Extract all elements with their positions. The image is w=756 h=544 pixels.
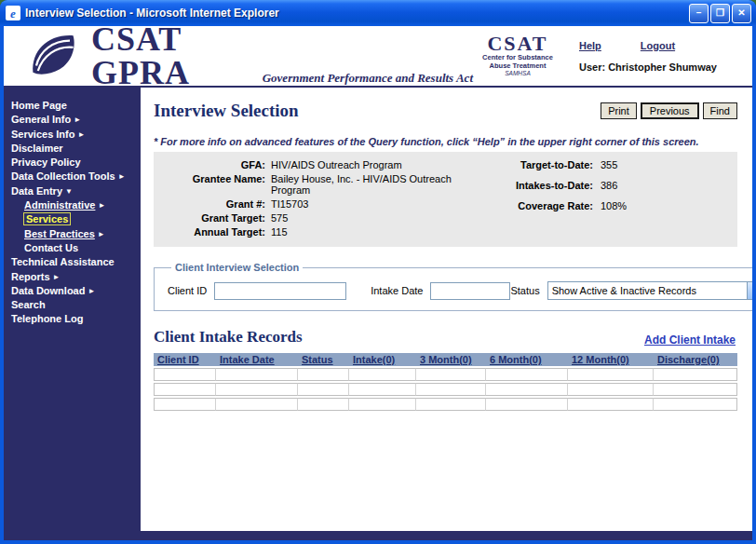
maximize-button[interactable]: ❐: [710, 4, 730, 23]
browser-content: CSAT GPRA Government Performance and Res…: [4, 26, 752, 540]
sidebar-item-home-page[interactable]: Home Page: [11, 99, 141, 113]
hhs-eagle-logo-icon: [28, 29, 78, 83]
column-header-client-id[interactable]: Client ID: [154, 353, 216, 366]
empty-cell: [154, 383, 216, 396]
sidebar-item-privacy-policy[interactable]: Privacy Policy: [11, 156, 141, 170]
close-button[interactable]: ✕: [732, 4, 751, 23]
csat-logo: CSAT Center for Substance Abuse Treatmen…: [473, 34, 562, 78]
table-row: [154, 368, 737, 381]
empty-cell: [416, 383, 486, 396]
grant-number-label: Grant #:: [157, 198, 265, 210]
column-header-12-month[interactable]: 12 Month(0): [568, 353, 654, 366]
add-client-intake-link[interactable]: Add Client Intake: [644, 333, 736, 347]
client-interview-selection-panel: Client Interview Selection Client ID Int…: [154, 262, 752, 311]
empty-cell: [216, 398, 298, 411]
sidebar-item-contact-us[interactable]: Contact Us: [11, 241, 141, 255]
gfa-label: GFA:: [157, 159, 265, 170]
print-button[interactable]: Print: [601, 102, 637, 119]
page-title: Interview Selection: [154, 101, 299, 121]
sidebar-item-best-practices[interactable]: Best Practices►: [11, 227, 141, 241]
empty-cell: [486, 368, 568, 381]
column-header-discharge[interactable]: Discharge(0): [654, 353, 737, 366]
page-bottom-strip: [4, 531, 752, 540]
column-header-status[interactable]: Status: [298, 353, 349, 366]
submenu-arrow-icon: ►: [98, 230, 105, 238]
status-select[interactable]: Show Active & Inactive Records ▼: [547, 281, 752, 300]
brand-title: CSAT GPRA: [91, 26, 251, 89]
table-header-row: Client ID Intake Date Status Intake(0) 3…: [154, 353, 737, 366]
main-content: Interview Selection Print Previous Find …: [141, 88, 752, 531]
sidebar-item-disclaimer[interactable]: Disclaimer: [11, 142, 141, 156]
previous-button[interactable]: Previous: [641, 102, 699, 119]
empty-cell: [349, 368, 416, 381]
filter-legend: Client Interview Selection: [171, 262, 303, 273]
client-intake-records-table: Client ID Intake Date Status Intake(0) 3…: [154, 351, 737, 413]
header-right: Help Logout User: Christopher Shumway: [579, 40, 745, 73]
intakes-to-date-label: Intakes-to-Date:: [493, 180, 593, 191]
find-button[interactable]: Find: [703, 102, 737, 119]
submenu-arrow-icon: ►: [118, 172, 126, 181]
empty-cell: [216, 368, 298, 381]
sidebar-item-technical-assistance[interactable]: Technical Assistance: [11, 255, 141, 269]
coverage-rate-value: 108%: [601, 200, 656, 211]
help-link[interactable]: Help: [579, 40, 601, 51]
annual-target-label: Annual Target:: [157, 226, 265, 238]
column-header-intake-date[interactable]: Intake Date: [216, 353, 298, 366]
brand-subtitle: Government Performance and Results Act: [263, 71, 473, 86]
empty-cell: [568, 398, 654, 411]
grantee-name-label: Grantee Name:: [157, 173, 265, 196]
submenu-arrow-icon: ►: [77, 130, 85, 139]
client-intake-records-title: Client Intake Records: [154, 328, 303, 347]
sidebar-item-services[interactable]: Services: [11, 212, 141, 226]
title-bar[interactable]: e Interview Selection - Microsoft Intern…: [0, 0, 756, 26]
help-note: * For more info on advanced features of …: [154, 136, 737, 147]
ie-icon: e: [6, 6, 20, 20]
empty-cell: [654, 383, 737, 396]
status-select-value: Show Active & Inactive Records: [548, 285, 747, 296]
csat-logo-title: CSAT: [473, 34, 562, 54]
gfa-value: HIV/AIDS Outreach Program: [271, 159, 453, 170]
empty-cell: [416, 368, 486, 381]
sidebar-item-data-collection-tools[interactable]: Data Collection Tools►: [11, 170, 141, 184]
sidebar-item-services-info[interactable]: Services Info►: [11, 128, 141, 142]
empty-cell: [568, 368, 654, 381]
expanded-arrow-icon: ▼: [65, 187, 73, 196]
submenu-arrow-icon: ►: [98, 201, 105, 210]
coverage-rate-label: Coverage Rate:: [493, 200, 593, 211]
sidebar-nav: Home Page General Info► Services Info► D…: [4, 88, 141, 531]
sidebar-item-telephone-log[interactable]: Telephone Log: [11, 312, 141, 326]
csat-logo-line2: Abuse Treatment: [473, 62, 562, 71]
dropdown-arrow-icon: ▼: [747, 282, 752, 299]
empty-cell: [349, 383, 416, 396]
sidebar-item-data-entry[interactable]: Data Entry▼: [11, 184, 141, 198]
grant-target-label: Grant Target:: [157, 212, 265, 224]
grant-target-value: 575: [271, 212, 453, 224]
empty-cell: [298, 398, 349, 411]
empty-cell: [486, 398, 568, 411]
submenu-arrow-icon: ►: [53, 273, 61, 281]
status-label: Status: [510, 285, 539, 296]
intake-date-input[interactable]: [430, 282, 510, 300]
logout-link[interactable]: Logout: [641, 40, 675, 51]
brand: CSAT GPRA Government Performance and Res…: [91, 26, 473, 89]
client-id-label: Client ID: [168, 285, 207, 296]
column-header-intake[interactable]: Intake(0): [349, 353, 416, 366]
sidebar-item-search[interactable]: Search: [11, 298, 141, 312]
sidebar-item-administrative[interactable]: Administrative►: [11, 198, 141, 212]
sidebar-item-reports[interactable]: Reports►: [11, 270, 141, 284]
grantee-name-value: Bailey House, Inc. - HIV/AIDS Outreach P…: [271, 173, 453, 196]
csat-logo-samhsa: SAMHSA: [473, 70, 562, 77]
browser-window: e Interview Selection - Microsoft Intern…: [0, 0, 756, 544]
table-row: [154, 383, 737, 396]
column-header-6-month[interactable]: 6 Month(0): [486, 353, 568, 366]
intakes-to-date-value: 386: [601, 180, 656, 191]
submenu-arrow-icon: ►: [88, 287, 95, 295]
logged-in-user: User: Christopher Shumway: [579, 61, 745, 73]
annual-target-value: 115: [271, 226, 453, 238]
empty-cell: [298, 383, 349, 396]
minimize-button[interactable]: –: [689, 4, 709, 23]
client-id-input[interactable]: [214, 282, 346, 300]
column-header-3-month[interactable]: 3 Month(0): [416, 353, 486, 366]
sidebar-item-general-info[interactable]: General Info►: [11, 113, 141, 127]
sidebar-item-data-download[interactable]: Data Download►: [11, 284, 141, 298]
